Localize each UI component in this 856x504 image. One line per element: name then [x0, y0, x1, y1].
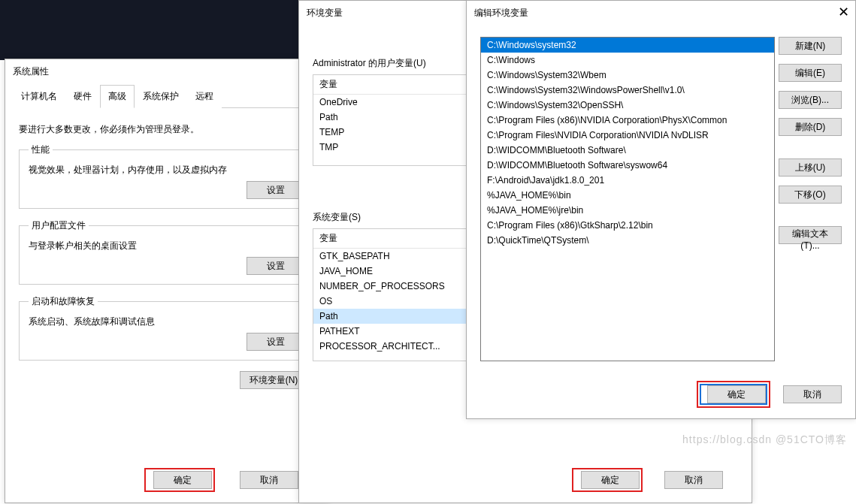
- list-item[interactable]: C:\Program Files (x86)\NVIDIA Corporatio…: [481, 113, 774, 128]
- list-item[interactable]: C:\Windows\system32: [481, 38, 774, 53]
- tab-hardware[interactable]: 硬件: [65, 85, 100, 108]
- tab-remote[interactable]: 远程: [187, 85, 222, 108]
- list-item[interactable]: %JAVA_HOME%\bin: [481, 188, 774, 203]
- profile-desc: 与登录帐户相关的桌面设置: [29, 240, 305, 252]
- list-item[interactable]: D:\WIDCOMM\Bluetooth Software\syswow64: [481, 158, 774, 173]
- profile-settings-button[interactable]: 设置: [247, 257, 305, 275]
- dialog-title: 系统属性: [5, 59, 328, 84]
- list-item[interactable]: C:\Program Files\NVIDIA Corporation\NVID…: [481, 128, 774, 143]
- sysprops-ok-button[interactable]: 确定: [153, 471, 212, 489]
- edit-env-var-dialog: 编辑环境变量 ✕ C:\Windows\system32C:\WindowsC:…: [466, 0, 856, 419]
- list-item[interactable]: C:\Program Files (x86)\GtkSharp\2.12\bin: [481, 218, 774, 233]
- path-list[interactable]: C:\Windows\system32C:\WindowsC:\Windows\…: [480, 37, 775, 361]
- tabs: 计算机名 硬件 高级 系统保护 远程: [13, 84, 321, 108]
- delete-button[interactable]: 删除(D): [779, 118, 842, 136]
- list-item[interactable]: C:\Windows: [481, 53, 774, 68]
- performance-group: 性能 视觉效果，处理器计划，内存使用，以及虚拟内存 设置: [19, 143, 315, 209]
- list-item[interactable]: %JAVA_HOME%\jre\bin: [481, 203, 774, 218]
- tab-computer-name[interactable]: 计算机名: [13, 85, 65, 108]
- startup-group: 启动和故障恢复 系统启动、系统故障和调试信息 设置: [19, 295, 315, 361]
- move-up-button[interactable]: 上移(U): [779, 158, 842, 177]
- browse-button[interactable]: 浏览(B)...: [779, 91, 842, 109]
- profile-legend: 用户配置文件: [29, 219, 89, 232]
- edit-button[interactable]: 编辑(E): [779, 64, 842, 82]
- admin-note: 要进行大多数更改，你必须作为管理员登录。: [19, 123, 315, 136]
- performance-desc: 视觉效果，处理器计划，内存使用，以及虚拟内存: [29, 164, 305, 177]
- startup-desc: 系统启动、系统故障和调试信息: [29, 315, 305, 328]
- editpath-ok-button[interactable]: 确定: [707, 385, 766, 403]
- list-item[interactable]: C:\Windows\System32\OpenSSH\: [481, 98, 774, 113]
- startup-legend: 启动和故障恢复: [29, 295, 98, 308]
- list-item[interactable]: F:\Android\Java\jdk1.8.0_201: [481, 173, 774, 188]
- profile-group: 用户配置文件 与登录帐户相关的桌面设置 设置: [19, 219, 315, 285]
- startup-settings-button[interactable]: 设置: [247, 333, 305, 351]
- watermark: https://blog.csdn @51CTO博客: [682, 433, 847, 447]
- performance-settings-button[interactable]: 设置: [247, 181, 305, 199]
- dialog-title: 编辑环境变量: [467, 1, 855, 26]
- system-properties-dialog: 系统属性 计算机名 硬件 高级 系统保护 远程 要进行大多数更改，你必须作为管理…: [5, 59, 329, 503]
- envvars-cancel-button[interactable]: 取消: [664, 471, 723, 489]
- list-item[interactable]: C:\Windows\System32\WindowsPowerShell\v1…: [481, 83, 774, 98]
- sysprops-cancel-button[interactable]: 取消: [240, 471, 298, 489]
- envvars-ok-button[interactable]: 确定: [581, 471, 640, 489]
- list-item[interactable]: C:\Windows\System32\Wbem: [481, 68, 774, 83]
- move-down-button[interactable]: 下移(O): [779, 186, 842, 204]
- close-icon[interactable]: ✕: [838, 4, 849, 20]
- tab-advanced[interactable]: 高级: [100, 85, 135, 108]
- editpath-cancel-button[interactable]: 取消: [783, 385, 842, 403]
- list-item[interactable]: D:\WIDCOMM\Bluetooth Software\: [481, 143, 774, 158]
- tab-system-protection[interactable]: 系统保护: [135, 85, 187, 108]
- list-item[interactable]: D:\QuickTime\QTSystem\: [481, 233, 774, 248]
- performance-legend: 性能: [29, 143, 53, 156]
- new-button[interactable]: 新建(N): [779, 37, 842, 55]
- edit-text-button[interactable]: 编辑文本(T)...: [779, 226, 842, 244]
